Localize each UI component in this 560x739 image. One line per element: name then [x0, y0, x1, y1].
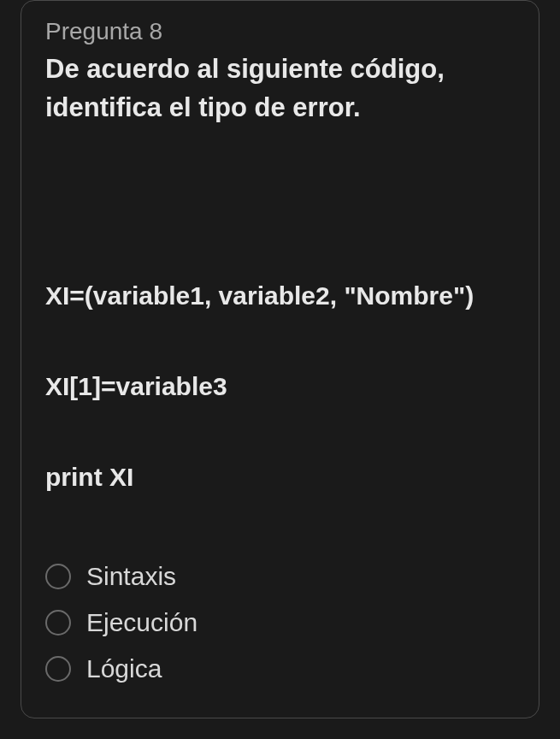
- option-label: Ejecución: [86, 608, 197, 637]
- question-number-label: Pregunta 8: [45, 18, 515, 45]
- code-line: print XI: [45, 463, 515, 492]
- option-label: Lógica: [86, 654, 162, 683]
- code-line: XI=(variable1, variable2, "Nombre"): [45, 281, 515, 310]
- radio-icon: [45, 610, 71, 636]
- option-ejecucion[interactable]: Ejecución: [45, 608, 515, 637]
- radio-icon: [45, 656, 71, 682]
- options-group: Sintaxis Ejecución Lógica: [45, 562, 515, 683]
- option-logica[interactable]: Lógica: [45, 654, 515, 683]
- option-sintaxis[interactable]: Sintaxis: [45, 562, 515, 591]
- radio-icon: [45, 564, 71, 589]
- code-block: XI=(variable1, variable2, "Nombre") XI[1…: [45, 281, 515, 492]
- question-title: De acuerdo al siguiente código, identifi…: [45, 50, 515, 127]
- option-label: Sintaxis: [86, 562, 176, 591]
- code-line: XI[1]=variable3: [45, 372, 515, 401]
- question-card: Pregunta 8 De acuerdo al siguiente códig…: [21, 0, 539, 718]
